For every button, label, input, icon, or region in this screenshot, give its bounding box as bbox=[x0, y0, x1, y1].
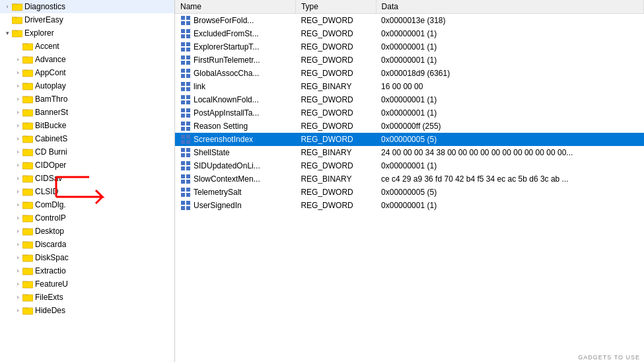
tree-arrow-collapsed[interactable]: › bbox=[13, 134, 22, 143]
table-row[interactable]: BrowseForFold... REG_DWORD 0x0000013e (3… bbox=[175, 14, 644, 28]
tree-arrow-collapsed[interactable]: › bbox=[13, 200, 22, 209]
table-row[interactable]: TelemetrySalt REG_DWORD 0x00000005 (5) bbox=[175, 186, 644, 199]
reg-type-cell: REG_BINARY bbox=[295, 172, 376, 186]
folder-icon bbox=[22, 147, 33, 157]
tree-item-diagnostics[interactable]: › Diagnostics bbox=[0, 0, 174, 13]
svg-rect-91 bbox=[186, 69, 190, 73]
tree-label: CIDSav bbox=[35, 174, 62, 183]
tree-arrow-collapsed[interactable]: › bbox=[13, 94, 22, 104]
table-row[interactable]: ExcludedFromSt... REG_DWORD 0x00000001 (… bbox=[175, 27, 644, 40]
col-name[interactable]: Name bbox=[175, 0, 295, 14]
tree-arrow-collapsed[interactable]: › bbox=[13, 266, 22, 275]
tree-item-comdlg[interactable]: › ComDlg. bbox=[0, 198, 174, 211]
tree-arrow-collapsed[interactable]: › bbox=[13, 81, 22, 90]
tree-arrow-collapsed[interactable]: › bbox=[13, 279, 22, 289]
table-row[interactable]: GlobalAssocCha... REG_DWORD 0x000018d9 (… bbox=[175, 67, 644, 80]
reg-icon bbox=[180, 134, 191, 145]
tree-arrow-collapsed[interactable]: › bbox=[13, 68, 22, 77]
tree-arrow-expanded[interactable]: ▾ bbox=[3, 28, 12, 38]
tree-arrow-collapsed[interactable]: › bbox=[13, 121, 22, 130]
tree-item-bamthro[interactable]: › BamThro bbox=[0, 92, 174, 106]
table-row[interactable]: FirstRunTelemetr... REG_DWORD 0x00000001… bbox=[175, 54, 644, 67]
svg-rect-100 bbox=[181, 100, 185, 104]
tree-item-bitbucke[interactable]: › BitBucke bbox=[0, 119, 174, 132]
tree-arrow-collapsed[interactable]: › bbox=[13, 55, 22, 64]
tree-item-advance[interactable]: › Advance bbox=[0, 53, 174, 66]
tree-arrow-collapsed[interactable]: › bbox=[13, 147, 22, 157]
tree-arrow-collapsed[interactable]: › bbox=[13, 187, 22, 196]
svg-rect-103 bbox=[186, 108, 190, 112]
tree-arrow-collapsed[interactable]: › bbox=[13, 174, 22, 183]
tree-item-featureu[interactable]: › FeatureU bbox=[0, 277, 174, 291]
reg-data-cell: 0x00000001 (1) bbox=[376, 159, 643, 172]
table-row[interactable]: ExplorerStartupT... REG_DWORD 0x00000001… bbox=[175, 40, 644, 54]
reg-name-cell: PostAppInstallTa... bbox=[175, 106, 295, 120]
svg-rect-102 bbox=[181, 108, 185, 112]
table-row[interactable]: link REG_BINARY 16 00 00 00 bbox=[175, 80, 644, 93]
tree-arrow-collapsed[interactable]: › bbox=[13, 161, 22, 170]
table-row[interactable]: UserSignedIn REG_DWORD 0x00000001 (1) bbox=[175, 199, 644, 212]
tree-item-cabinets[interactable]: › CabinetS bbox=[0, 132, 174, 145]
tree-label: ControlP bbox=[35, 213, 66, 223]
table-row[interactable]: LocalKnownFold... REG_DWORD 0x00000001 (… bbox=[175, 93, 644, 106]
folder-icon bbox=[22, 42, 33, 51]
tree-item-drivereasy[interactable]: DriverEasy bbox=[0, 13, 174, 26]
table-row[interactable]: Reason Setting REG_DWORD 0x000000ff (255… bbox=[175, 120, 644, 133]
folder-icon bbox=[22, 200, 33, 209]
tree-arrow-collapsed[interactable]: › bbox=[3, 2, 12, 11]
tree-item-extractio[interactable]: › Extractio bbox=[0, 264, 174, 277]
tree-item-appcont[interactable]: › AppCont bbox=[0, 66, 174, 79]
svg-rect-121 bbox=[186, 166, 190, 170]
tree-item-controlp[interactable]: › ControlP bbox=[0, 211, 174, 225]
reg-name: BrowseForFold... bbox=[194, 16, 254, 25]
tree-item-clsid[interactable]: › CLSID bbox=[0, 185, 174, 198]
tree-arrow-collapsed[interactable]: › bbox=[13, 293, 22, 302]
tree-item-cidoper[interactable]: › CIDOper bbox=[0, 159, 174, 172]
tree-arrow-empty bbox=[3, 15, 12, 24]
tree-arrow-collapsed[interactable]: › bbox=[13, 108, 22, 117]
tree-item-hidedes[interactable]: › HideDes bbox=[0, 304, 174, 317]
tree-arrow-collapsed[interactable]: › bbox=[13, 306, 22, 315]
svg-rect-79 bbox=[186, 29, 190, 33]
table-row[interactable]: ShellState REG_BINARY 24 00 00 00 34 38 … bbox=[175, 146, 644, 159]
svg-rect-80 bbox=[181, 34, 185, 38]
table-row[interactable]: SIDUpdatedOnLi... REG_DWORD 0x00000001 (… bbox=[175, 159, 644, 172]
svg-rect-86 bbox=[181, 55, 185, 59]
tree-item-bannerst[interactable]: › BannerSt bbox=[0, 106, 174, 119]
col-data[interactable]: Data bbox=[376, 0, 643, 14]
tree-item-explorer[interactable]: ▾ Explorer bbox=[0, 26, 174, 40]
svg-rect-124 bbox=[181, 180, 185, 184]
col-type[interactable]: Type bbox=[295, 0, 376, 14]
tree-arrow-collapsed[interactable]: › bbox=[13, 213, 22, 223]
tree-item-fileexts[interactable]: › FileExts bbox=[0, 291, 174, 304]
svg-rect-41 bbox=[23, 177, 32, 182]
svg-rect-68 bbox=[23, 296, 32, 301]
tree-arrow-collapsed[interactable]: › bbox=[13, 240, 22, 249]
table-row[interactable]: ScreenshotIndex REG_DWORD 0x00000005 (5) bbox=[175, 133, 644, 146]
svg-rect-132 bbox=[181, 206, 185, 210]
table-row[interactable]: SlowContextMen... REG_BINARY ce c4 29 a9… bbox=[175, 172, 644, 186]
svg-rect-76 bbox=[181, 21, 185, 25]
svg-rect-71 bbox=[23, 309, 32, 314]
tree-item-cidsave[interactable]: › CIDSav bbox=[0, 172, 174, 185]
svg-rect-115 bbox=[186, 148, 190, 152]
tree-item-accent[interactable]: Accent bbox=[0, 40, 174, 53]
tree-arrow-collapsed[interactable]: › bbox=[13, 253, 22, 262]
tree-label: Desktop bbox=[35, 227, 64, 236]
table-row[interactable]: PostAppInstallTa... REG_DWORD 0x00000001… bbox=[175, 106, 644, 120]
tree-item-autoplay[interactable]: › Autoplay bbox=[0, 79, 174, 92]
tree-item-cdburnin[interactable]: › CD Burni bbox=[0, 145, 174, 159]
svg-rect-108 bbox=[181, 127, 185, 131]
tree-arrow-collapsed[interactable]: › bbox=[13, 227, 22, 236]
tree-item-desktop[interactable]: › Desktop bbox=[0, 225, 174, 238]
reg-data-cell: 0x00000001 (1) bbox=[376, 199, 643, 212]
folder-icon bbox=[22, 55, 33, 64]
reg-name: SIDUpdatedOnLi... bbox=[194, 161, 260, 170]
tree-item-diskspac[interactable]: › DiskSpac bbox=[0, 251, 174, 264]
tree-label: Accent bbox=[35, 42, 59, 51]
svg-rect-29 bbox=[23, 124, 32, 129]
tree-item-discarda[interactable]: › Discarda bbox=[0, 238, 174, 251]
svg-rect-120 bbox=[181, 166, 185, 170]
reg-data-cell: 16 00 00 00 bbox=[376, 80, 643, 93]
folder-icon bbox=[22, 187, 33, 196]
